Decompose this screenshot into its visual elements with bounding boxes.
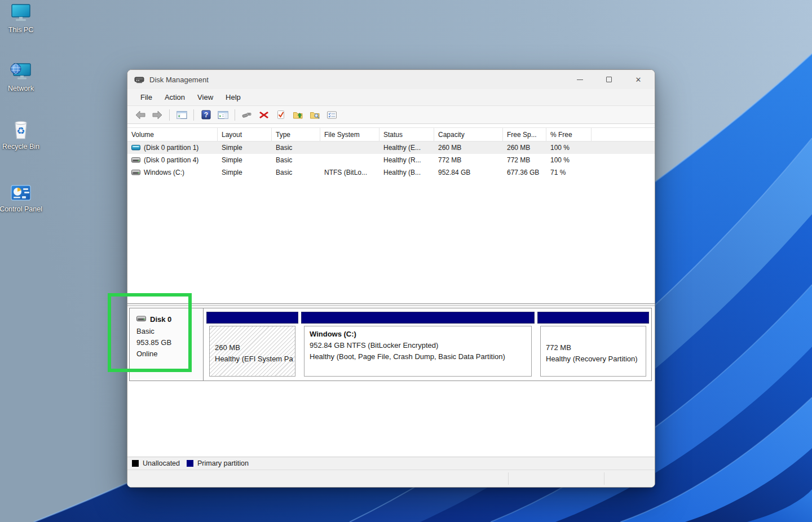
column-header-filler	[592, 128, 655, 141]
pointer-tool-icon[interactable]	[240, 108, 254, 122]
annotation-highlight-rectangle	[108, 293, 192, 372]
desktop-icon-this-pc[interactable]: This PC	[0, 2, 46, 34]
primary-partition-color-swatch	[187, 460, 193, 467]
back-icon[interactable]	[133, 108, 148, 122]
maximize-button[interactable]	[596, 70, 622, 89]
unallocated-color-swatch	[132, 460, 139, 467]
status-bar	[127, 470, 655, 487]
volume-icon	[131, 169, 140, 176]
toolbar-separator	[235, 109, 235, 121]
recycle-bin-icon: ♻	[8, 119, 33, 141]
volume-name: (Disk 0 partition 1)	[144, 144, 198, 152]
disk-management-window: Disk Management ✕ File Action View Help	[127, 69, 655, 488]
volume-name: (Disk 0 partition 4)	[144, 156, 198, 164]
partition-size: 772 MB	[546, 342, 641, 353]
column-header-type[interactable]: Type	[272, 128, 320, 141]
partition-color-bar	[301, 312, 535, 324]
cell-file-system	[320, 154, 379, 166]
cell-layout: Simple	[218, 154, 272, 166]
table-row[interactable]: (Disk 0 partition 1) Simple Basic Health…	[127, 141, 655, 154]
toolbar-separator	[193, 109, 194, 121]
cell-capacity: 952.84 GB	[434, 166, 503, 179]
cell-free-space: 260 MB	[503, 141, 546, 154]
properties-icon[interactable]	[324, 108, 339, 122]
partition-status: Healthy (Recovery Partition)	[546, 353, 641, 365]
legend-bar: Unallocated Primary partition	[127, 457, 655, 470]
partition-size: 952.84 GB NTFS (BitLocker Encrypted)	[310, 340, 526, 351]
partition-windows-c[interactable]: Windows (C:) 952.84 GB NTFS (BitLocker E…	[301, 312, 535, 377]
cell-pct-free: 100 %	[546, 154, 592, 166]
legend-primary-partition: Primary partition	[187, 459, 249, 467]
partition-recovery[interactable]: 772 MB Healthy (Recovery Partition)	[537, 312, 649, 377]
desktop-icon-control-panel[interactable]: Control Panel	[0, 182, 47, 213]
column-header-capacity[interactable]: Capacity	[434, 128, 503, 141]
menu-file[interactable]: File	[134, 91, 158, 104]
toolbar-separator	[169, 109, 170, 121]
column-header-layout[interactable]: Layout	[218, 128, 272, 141]
this-pc-icon	[8, 2, 33, 25]
desktop-icon-network[interactable]: Network	[0, 61, 46, 92]
cell-type: Basic	[272, 141, 320, 154]
volume-icon	[131, 144, 140, 151]
network-icon	[8, 61, 33, 83]
desktop-icon-label: Control Panel	[0, 205, 42, 213]
column-header-volume[interactable]: Volume	[127, 128, 218, 141]
open-folder-icon[interactable]	[290, 108, 305, 122]
control-panel-icon	[8, 182, 33, 204]
volume-icon	[131, 157, 140, 163]
table-row[interactable]: (Disk 0 partition 4) Simple Basic Health…	[127, 154, 655, 166]
svg-text:♻: ♻	[16, 125, 25, 136]
cell-free-space: 772 MB	[503, 154, 546, 166]
toolbar: ?	[127, 106, 655, 124]
partition-size: 260 MB	[215, 342, 290, 353]
minimize-button[interactable]	[567, 70, 593, 89]
window-title: Disk Management	[149, 76, 209, 84]
desktop-icon-recycle-bin[interactable]: ♻ Recycle Bin	[0, 119, 46, 151]
partition-color-bar	[206, 312, 298, 324]
mark-partition-icon[interactable]	[273, 108, 288, 122]
desktop-icon-label: This PC	[8, 26, 33, 34]
close-button[interactable]: ✕	[625, 70, 651, 89]
show-console-tree-icon[interactable]	[174, 108, 189, 122]
forward-icon[interactable]	[150, 108, 165, 122]
title-bar[interactable]: Disk Management ✕	[127, 70, 655, 89]
partition-efi-system[interactable]: 260 MB Healthy (EFI System Pa	[206, 312, 298, 377]
menu-help[interactable]: Help	[219, 91, 247, 104]
disk-0-row: Disk 0 Basic 953.85 GB Online 260 MB Hea…	[129, 308, 652, 381]
volume-name: Windows (C:)	[144, 169, 184, 176]
svg-text:?: ?	[204, 111, 208, 119]
help-icon[interactable]: ?	[198, 108, 213, 122]
delete-volume-icon[interactable]	[257, 108, 271, 122]
menu-action[interactable]: Action	[158, 91, 191, 104]
partition-title: Windows (C:)	[310, 330, 526, 338]
cell-layout: Simple	[218, 166, 272, 179]
partition-status: Healthy (Boot, Page File, Crash Dump, Ba…	[310, 351, 526, 362]
explore-folder-icon[interactable]	[307, 108, 322, 122]
menu-view[interactable]: View	[191, 91, 219, 104]
legend-unallocated: Unallocated	[132, 459, 180, 467]
cell-free-space: 677.36 GB	[503, 166, 546, 179]
disk-drive-icon	[134, 76, 144, 84]
partition-status: Healthy (EFI System Pa	[215, 353, 290, 365]
cell-file-system: NTFS (BitLo...	[320, 166, 379, 179]
cell-pct-free: 100 %	[546, 141, 592, 154]
partition-color-bar	[537, 312, 649, 324]
cell-status: Healthy (R...	[379, 154, 434, 166]
column-header-status[interactable]: Status	[379, 128, 434, 141]
cell-pct-free: 71 %	[546, 166, 592, 179]
show-action-pane-icon[interactable]	[215, 108, 230, 122]
cell-capacity: 260 MB	[434, 141, 503, 154]
graphical-view-panel: Disk 0 Basic 953.85 GB Online 260 MB Hea…	[127, 306, 655, 487]
menu-bar: File Action View Help	[127, 89, 655, 106]
cell-layout: Simple	[218, 141, 272, 154]
cell-type: Basic	[272, 154, 320, 166]
column-header-file-system[interactable]: File System	[320, 128, 379, 141]
cell-status: Healthy (B...	[379, 166, 434, 179]
cell-capacity: 772 MB	[434, 154, 503, 166]
volume-list-panel: Volume Layout Type File System Status Ca…	[127, 124, 655, 303]
table-row[interactable]: Windows (C:) Simple Basic NTFS (BitLo...…	[127, 166, 655, 179]
desktop-icon-label: Network	[8, 85, 34, 92]
column-header-pct-free[interactable]: % Free	[546, 128, 592, 141]
column-header-free-space[interactable]: Free Sp...	[503, 128, 546, 141]
volume-table-header: Volume Layout Type File System Status Ca…	[127, 127, 655, 141]
